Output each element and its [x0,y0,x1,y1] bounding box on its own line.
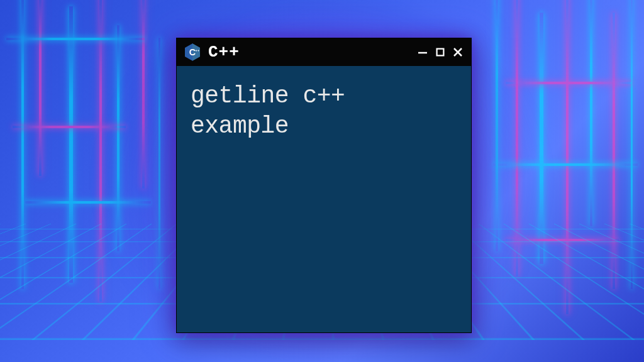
cpp-logo-icon: C + + [183,43,202,62]
titlebar[interactable]: C + + C++ [177,38,471,66]
svg-text:C: C [189,47,196,57]
svg-text:+: + [195,48,197,52]
terminal-line-1: getline c++ [191,81,457,111]
close-button[interactable] [451,45,465,59]
window-title: C++ [208,43,409,62]
svg-rect-6 [437,49,444,56]
terminal-window: C + + C++ getline c++ example [176,38,472,333]
terminal-line-2: example [191,111,457,141]
terminal-body: getline c++ example [177,66,471,156]
svg-text:+: + [197,48,199,52]
minimize-button[interactable] [416,45,430,59]
window-controls [416,45,465,59]
maximize-button[interactable] [433,45,447,59]
